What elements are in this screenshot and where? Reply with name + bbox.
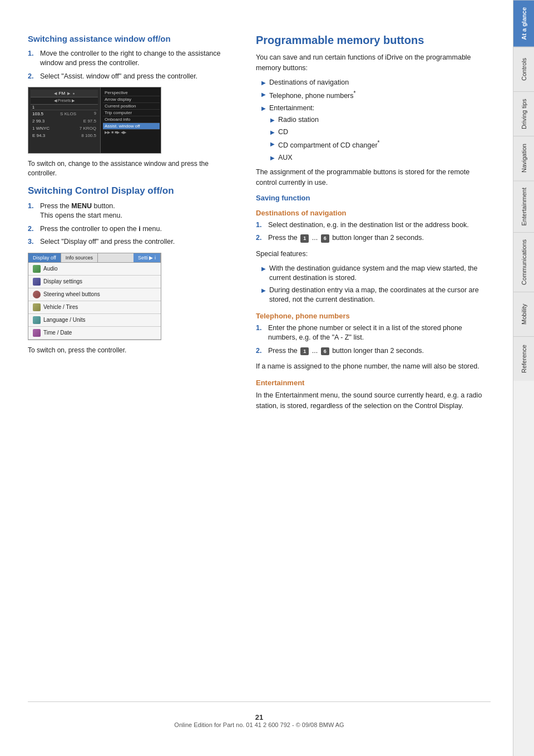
footer-text: Online Edition for Part no. 01 41 2 600 …	[28, 721, 491, 728]
display-step-text-3: Select "Display off" and press the contr…	[40, 237, 175, 247]
display-step-text-1: Press the MENU button.This opens the sta…	[40, 202, 122, 221]
feature-cd-changer: ▶ CD compartment of CD changer*	[270, 139, 491, 151]
btn6-label: 6	[321, 234, 329, 243]
triangle-icon-3: ▶	[261, 105, 266, 114]
assistance-step-2: 2. Select "Assist. window off" and press…	[28, 72, 239, 82]
triangle-icon-5: ▶	[270, 129, 275, 138]
entertainment-subtitle: Entertainment	[256, 379, 491, 387]
display-step-1: 1. Press the MENU button.This opens the …	[28, 202, 239, 221]
special-feature-2: ▶ During destination entry via a map, th…	[261, 286, 491, 305]
display-menu-time: Time / Date	[28, 327, 161, 340]
feature-cd-changer-text: CD compartment of CD changer*	[278, 139, 379, 151]
programmable-memory-title: Programmable memory buttons	[256, 33, 491, 47]
feature-destinations: ▶ Destinations of navigation	[261, 78, 491, 88]
display-tab-info[interactable]: Info sources	[61, 253, 98, 262]
triangle-icon-7: ▶	[270, 154, 275, 163]
triangle-icon-4: ▶	[270, 116, 275, 125]
special-feature-text-1: With the destination guidance system and…	[269, 264, 491, 283]
triangle-icon-6: ▶	[270, 140, 275, 151]
section-assistance-window: Switching assistance window off/on 1. Mo…	[28, 33, 239, 178]
sidebar-tab-entertainment[interactable]: Entertainment	[513, 180, 534, 232]
page-number: 21	[28, 713, 491, 721]
destinations-steps: 1. Select destination, e.g. in the desti…	[256, 220, 491, 243]
sidebar-tab-communications[interactable]: Communications	[513, 232, 534, 292]
special-feature-text-2: During destination entry via a map, the …	[269, 286, 491, 305]
sidebar-tab-reference[interactable]: Reference	[513, 336, 534, 381]
special-triangle-2: ▶	[261, 287, 266, 305]
saving-function-title: Saving function	[256, 194, 491, 202]
display-top-bar: Display off Info sources Setti ▶ i	[28, 253, 161, 263]
destinations-subsection: Destinations of navigation 1. Select des…	[256, 209, 491, 305]
feature-aux-text: AUX	[278, 153, 293, 163]
two-column-layout: Switching assistance window off/on 1. Mo…	[28, 33, 491, 690]
step-num-1: 1.	[28, 49, 37, 68]
feature-cd: ▶ CD	[270, 127, 491, 138]
section-control-display: Switching Control Display off/on 1. Pres…	[28, 185, 239, 355]
triangle-icon-2: ▶	[261, 91, 266, 101]
display-tab-off[interactable]: Display off	[28, 253, 61, 262]
page-footer: 21 Online Edition for Part no. 01 41 2 6…	[28, 701, 491, 734]
special-feature-1: ▶ With the destination guidance system a…	[261, 264, 491, 283]
display-menu-audio: Audio	[28, 263, 161, 276]
feature-radio: ▶ Radio station	[270, 115, 491, 125]
special-features-label: Special features:	[256, 249, 491, 259]
telephone-steps: 1. Enter the phone number or select it i…	[256, 323, 491, 356]
telephone-subsection: Telephone, phone numbers 1. Enter the ph…	[256, 312, 491, 372]
entertainment-text: In the Entertainment menu, the sound sou…	[256, 390, 491, 411]
telephone-subtitle: Telephone, phone numbers	[256, 312, 491, 320]
sidebar-tab-driving-tips[interactable]: Driving tips	[513, 91, 534, 136]
section-assistance-title: Switching assistance window off/on	[28, 33, 239, 45]
page-container: Switching assistance window off/on 1. Mo…	[0, 0, 534, 756]
sidebar-tab-controls[interactable]: Controls	[513, 47, 534, 91]
destinations-step-1: 1. Select destination, e.g. in the desti…	[256, 220, 491, 230]
assistance-caption: To switch on, change to the assistance w…	[28, 159, 239, 178]
destinations-subtitle: Destinations of navigation	[256, 209, 491, 217]
step-text-1: Move the controller to the right to chan…	[40, 49, 239, 68]
display-menu-vehicle: Vehicle / Tires	[28, 301, 161, 314]
telephone-note: If a name is assigned to the phone numbe…	[256, 361, 491, 372]
triangle-icon: ▶	[261, 79, 266, 88]
display-step-num-3: 3.	[28, 237, 37, 247]
display-menu-steering: Steering wheel buttons	[28, 288, 161, 301]
tel-step-text-1: Enter the phone number or select it in a…	[268, 323, 491, 343]
tel-step-text-2: Press the 1 ... 6 button longer than 2 s…	[268, 346, 424, 356]
display-step-num-2: 2.	[28, 224, 37, 234]
tel-step-num-1: 1.	[256, 323, 265, 343]
display-step-3: 3. Select "Display off" and press the co…	[28, 237, 239, 247]
telephone-step-1: 1. Enter the phone number or select it i…	[256, 323, 491, 343]
btn1-label: 1	[300, 234, 309, 243]
sidebar-tab-at-a-glance[interactable]: At a glance	[513, 0, 534, 47]
display-tab-setti[interactable]: Setti ▶ i	[134, 253, 161, 262]
feature-telephone-text: Telephone, phone numbers*	[269, 90, 355, 101]
assistance-steps: 1. Move the controller to the right to c…	[28, 49, 239, 82]
feature-aux: ▶ AUX	[270, 153, 491, 163]
step-num-2: 2.	[28, 72, 37, 82]
saving-function-section: Saving function Destinations of navigati…	[256, 194, 491, 411]
tel-step-num-2: 2.	[256, 346, 265, 356]
programmable-intro: You can save and run certain functions o…	[256, 52, 491, 73]
display-menu-language: Language / Units	[28, 314, 161, 327]
section-display-title: Switching Control Display off/on	[28, 185, 239, 197]
display-menu-display-settings: Display settings	[28, 276, 161, 288]
entertainment-subsection: Entertainment In the Entertainment menu,…	[256, 379, 491, 411]
display-step-2: 2. Press the controller to open the i me…	[28, 224, 239, 234]
sidebar-tab-mobility[interactable]: Mobility	[513, 292, 534, 336]
right-column: Programmable memory buttons You can save…	[256, 33, 491, 690]
display-caption: To switch on, press the controller.	[28, 346, 239, 355]
assignment-note: The assignment of the programmable butto…	[256, 167, 491, 188]
display-step-num-1: 1.	[28, 202, 37, 221]
feature-entertainment-text: Entertainment:	[269, 104, 314, 114]
left-column: Switching assistance window off/on 1. Mo…	[28, 33, 239, 690]
display-steps: 1. Press the MENU button.This opens the …	[28, 202, 239, 247]
feature-cd-text: CD	[278, 127, 288, 138]
step-text-2: Select "Assist. window off" and press th…	[40, 72, 197, 82]
feature-destinations-text: Destinations of navigation	[269, 78, 349, 88]
destinations-step-2: 2. Press the 1 ... 6 button longer than …	[256, 233, 491, 243]
special-features-list: ▶ With the destination guidance system a…	[256, 264, 491, 305]
dest-step-text-1: Select destination, e.g. in the destinat…	[268, 220, 469, 230]
main-content: Switching assistance window off/on 1. Mo…	[0, 0, 513, 756]
assistance-step-1: 1. Move the controller to the right to c…	[28, 49, 239, 68]
feature-entertainment: ▶ Entertainment:	[261, 104, 491, 114]
feature-radio-text: Radio station	[278, 115, 319, 125]
sidebar-tab-navigation[interactable]: Navigation	[513, 136, 534, 180]
